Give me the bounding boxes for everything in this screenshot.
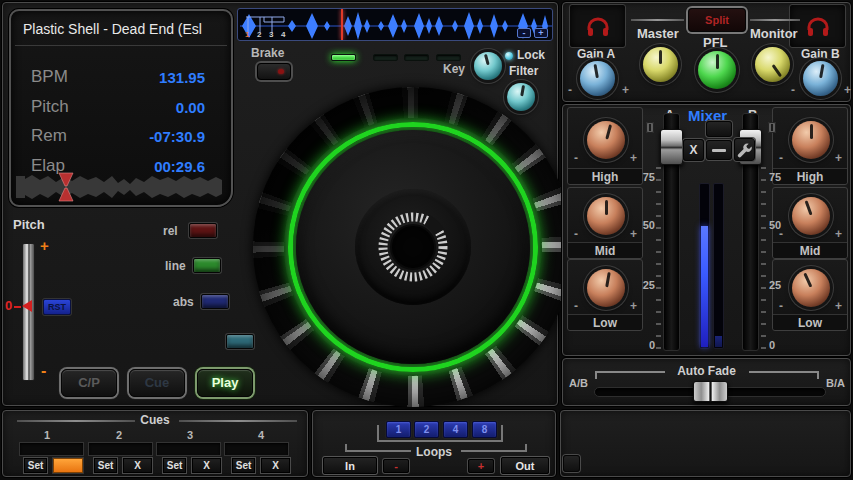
- pitch-reset-button[interactable]: RST: [43, 299, 71, 315]
- master-label: Master: [637, 28, 679, 40]
- cue-1-active-button[interactable]: [53, 458, 83, 473]
- cue-3-set-button[interactable]: Set: [163, 458, 186, 473]
- wave-zoom-out-button[interactable]: -: [517, 28, 531, 38]
- pitch-minus-label: -: [41, 365, 46, 377]
- cue-2-number: 2: [116, 429, 122, 441]
- eq-a-low-plus: +: [630, 300, 637, 312]
- autofade-line-right: [749, 371, 819, 379]
- brake-button[interactable]: [257, 63, 291, 80]
- loop-grow-button[interactable]: +: [468, 459, 494, 473]
- line-button[interactable]: [193, 258, 221, 273]
- gain-b-knob[interactable]: [803, 61, 838, 96]
- pitch-slider[interactable]: [22, 243, 35, 381]
- monitor-label: Monitor: [750, 28, 798, 40]
- eq-a-low-knob[interactable]: [587, 269, 625, 307]
- monitor-knob[interactable]: [755, 47, 790, 82]
- eq-a-high-box: - + High: [567, 107, 643, 185]
- eq-a-high-plus: +: [630, 152, 637, 164]
- pfl-knob[interactable]: [698, 51, 736, 89]
- cue-3-number: 3: [187, 429, 193, 441]
- key-knob[interactable]: [474, 52, 502, 80]
- cue-2-display: [88, 442, 153, 456]
- split-button[interactable]: Split: [688, 8, 746, 32]
- rel-button[interactable]: [189, 223, 217, 238]
- loop-in-button[interactable]: In: [323, 457, 377, 474]
- tools-button[interactable]: [734, 138, 755, 161]
- wave-zoom-in-button[interactable]: +: [534, 28, 548, 38]
- lock-led: [505, 52, 513, 60]
- x-button[interactable]: X: [683, 139, 704, 161]
- cue-play-button[interactable]: C/P: [61, 369, 117, 397]
- brake-led: [278, 69, 284, 74]
- eq-a-low-box: - + Low: [567, 259, 643, 331]
- abs-button[interactable]: [201, 294, 229, 309]
- minus-mode-button[interactable]: [706, 140, 732, 160]
- scale-b-0: 0: [769, 339, 787, 351]
- line-label: line: [165, 260, 186, 272]
- jog-center-hole: [390, 224, 436, 270]
- gain-a-knob[interactable]: [580, 61, 615, 96]
- loop-shrink-button[interactable]: -: [383, 459, 409, 473]
- eq-b-mid-knob[interactable]: [792, 197, 830, 235]
- loop-out-button[interactable]: Out: [501, 457, 549, 474]
- mixer-panel: - + High - + Mid - + Low - + High - + Mi…: [562, 104, 851, 356]
- cue-2-set-button[interactable]: Set: [94, 458, 117, 473]
- blank-button[interactable]: [706, 121, 732, 137]
- track-overview-waveform[interactable]: [16, 171, 226, 203]
- remaining-label: Rem: [31, 126, 67, 146]
- crossfader-handle[interactable]: [693, 381, 728, 402]
- channel-a-fader-handle[interactable]: [660, 129, 683, 165]
- headphone-a-box[interactable]: [569, 4, 626, 48]
- lock-label[interactable]: Lock: [517, 49, 545, 61]
- cue-marker-3: 3: [269, 31, 273, 39]
- eq-b-low-minus: -: [779, 300, 783, 312]
- extra-mode-button[interactable]: [226, 334, 254, 349]
- spare-panel: [560, 410, 851, 477]
- eq-a-mid-plus: +: [630, 228, 637, 240]
- cue-3-clear-button[interactable]: X: [192, 458, 221, 473]
- cue-4-set-button[interactable]: Set: [232, 458, 255, 473]
- pitch-value: 0.00: [95, 99, 205, 116]
- headphone-a-icon: [586, 16, 610, 38]
- eq-b-high-plus: +: [835, 152, 842, 164]
- bpm-label: BPM: [31, 67, 68, 87]
- eq-b-high-knob[interactable]: [792, 121, 830, 159]
- pitch-label: Pitch: [31, 97, 69, 117]
- eq-a-high-knob[interactable]: [587, 121, 625, 159]
- cue-1-set-button[interactable]: Set: [24, 458, 47, 473]
- spare-small-button[interactable]: [563, 455, 580, 472]
- cues-panel: Cues 1 2 3 4 Set Set X Set X Set X: [2, 410, 308, 477]
- play-button[interactable]: Play: [197, 369, 253, 397]
- master-knob[interactable]: [643, 47, 678, 82]
- brake-label: Brake: [251, 47, 284, 59]
- scale-a-25: 25: [637, 279, 655, 291]
- pitch-section-label: Pitch: [13, 219, 45, 231]
- eq-b-low-plus: +: [835, 300, 842, 312]
- scale-a-ticks: [656, 167, 661, 351]
- eq-a-low-label: Low: [568, 314, 642, 330]
- cue-4-clear-button[interactable]: X: [261, 458, 290, 473]
- cue-button[interactable]: Cue: [129, 369, 185, 397]
- eq-a-high-label: High: [568, 168, 642, 184]
- beat-led-4: [436, 54, 461, 61]
- eq-b-low-knob[interactable]: [792, 269, 830, 307]
- loops-panel: 1 2 4 8 Loops In - + Out: [312, 410, 556, 477]
- eq-a-mid-knob[interactable]: [587, 197, 625, 235]
- filter-knob[interactable]: [507, 83, 535, 111]
- cue-1-number: 1: [44, 429, 50, 441]
- vu-meter-b-fill: [715, 336, 722, 347]
- beat-led-3: [404, 54, 429, 61]
- gain-b-minus: -: [791, 84, 795, 96]
- abs-label: abs: [173, 296, 194, 308]
- split-line-right: [750, 19, 800, 21]
- key-label: Key: [443, 63, 465, 75]
- waveform-strip[interactable]: 1 2 3 4 - +: [237, 8, 553, 41]
- pitch-zero-label: 0: [5, 300, 12, 312]
- pitch-zero-arrow: [22, 300, 32, 312]
- autofade-panel: Auto Fade A/B B/A: [562, 358, 851, 406]
- track-title: Plastic Shell - Dead End (Esl: [23, 21, 225, 37]
- eq-a-mid-box: - + Mid: [567, 187, 643, 259]
- cue-2-clear-button[interactable]: X: [123, 458, 152, 473]
- cue-4-display: [224, 442, 289, 456]
- eq-b-low-box: - + Low: [772, 259, 848, 331]
